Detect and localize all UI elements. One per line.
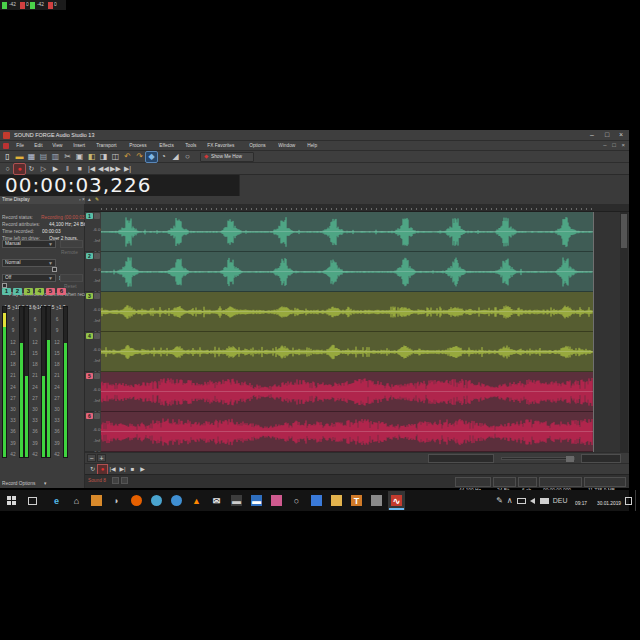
taskbar-app-orange-icon[interactable]: T bbox=[348, 491, 365, 510]
taskbar-app-pink-icon[interactable] bbox=[268, 491, 285, 510]
time-ruler[interactable]: 00:00:00,25000:00:00,50000:00:00,75000:0… bbox=[85, 204, 629, 212]
menu-process[interactable]: Process bbox=[126, 143, 150, 148]
waveform-lane-ch3[interactable]: 3-6.0-Inf-6.0 bbox=[85, 292, 629, 332]
zoom-in-button[interactable]: + bbox=[97, 454, 106, 462]
copy-icon[interactable]: ▣ bbox=[74, 152, 85, 162]
mix-icon[interactable]: ◨ bbox=[98, 152, 109, 162]
stop-button[interactable]: ■ bbox=[74, 164, 85, 174]
menu-view[interactable]: View bbox=[49, 143, 66, 148]
taskbar-app-teal-icon[interactable] bbox=[148, 491, 165, 510]
taskbar-clock-app-icon[interactable]: ○ bbox=[288, 491, 305, 510]
redo-icon[interactable]: ↷ bbox=[134, 152, 145, 162]
taskbar-folder-icon[interactable] bbox=[328, 491, 345, 510]
menu-file[interactable]: File bbox=[13, 143, 27, 148]
taskbar-app-blue-2-icon[interactable] bbox=[308, 491, 325, 510]
properties-icon[interactable]: ▥ bbox=[50, 152, 61, 162]
menu-help[interactable]: Help bbox=[304, 143, 320, 148]
mode-dropdown[interactable]: Normal▼ bbox=[2, 259, 56, 267]
waveform-lane-ch5[interactable]: 5-6.0-Inf-6.0 bbox=[85, 372, 629, 412]
task-view-button[interactable] bbox=[22, 490, 42, 511]
start-button[interactable] bbox=[0, 490, 22, 511]
trim-icon[interactable]: ◫ bbox=[110, 152, 121, 162]
rewind-button[interactable]: ◀◀ bbox=[98, 164, 109, 174]
paste-icon[interactable]: ◧ bbox=[86, 152, 97, 162]
menu-effects[interactable]: Effects bbox=[156, 143, 177, 148]
mdi-window-buttons[interactable]: – □ × bbox=[603, 142, 627, 148]
tab-button-icon[interactable] bbox=[121, 477, 128, 484]
go-to-start-button[interactable]: |◀ bbox=[108, 465, 117, 474]
save-icon[interactable]: ▦ bbox=[26, 152, 37, 162]
tray-expand-icon[interactable]: ∧ bbox=[507, 496, 513, 505]
close-button[interactable]: × bbox=[614, 130, 628, 141]
method-dropdown[interactable]: Manual▼ bbox=[2, 240, 56, 248]
play-all-button[interactable]: ▷ bbox=[38, 164, 49, 174]
reset-button[interactable]: Reset bbox=[60, 274, 83, 282]
menu-fx-favorites[interactable]: FX Favorites bbox=[204, 143, 238, 148]
taskbar-drive-icon[interactable]: ▬ bbox=[248, 491, 265, 510]
marker-tool-icon[interactable]: ▲ bbox=[87, 197, 92, 202]
taskbar-gimp-icon[interactable]: ◗ bbox=[108, 491, 125, 510]
speaker-icon[interactable] bbox=[530, 498, 535, 504]
pause-button[interactable]: ‖ bbox=[62, 164, 73, 174]
open-file-icon[interactable]: ▬ bbox=[14, 152, 25, 162]
taskbar-sound-forge-icon[interactable]: ∿ bbox=[388, 491, 405, 510]
taskbar-store-icon[interactable]: ⌂ bbox=[68, 491, 85, 510]
taskbar-firefox-icon[interactable] bbox=[128, 491, 145, 510]
cut-icon[interactable]: ✂ bbox=[62, 152, 73, 162]
show-desktop-button[interactable] bbox=[635, 490, 638, 511]
loop-playback-button[interactable]: ↻ bbox=[88, 465, 97, 474]
taskbar-edge-icon[interactable]: e bbox=[48, 491, 65, 510]
waveform-lane-ch1[interactable]: 1-6.0-Inf-6.0 bbox=[85, 212, 629, 252]
waveform-area[interactable] bbox=[101, 332, 593, 372]
record-arm-button[interactable]: ○ bbox=[2, 164, 13, 174]
panel-close-icon[interactable]: ▫ × bbox=[79, 197, 85, 202]
taskbar-vlc-icon[interactable]: ▲ bbox=[188, 491, 205, 510]
waveform-area[interactable] bbox=[101, 372, 593, 412]
go-to-end-button[interactable]: ▶| bbox=[122, 164, 133, 174]
horizontal-zoom-slider[interactable] bbox=[501, 457, 575, 460]
vertical-scrollbar[interactable] bbox=[620, 212, 628, 452]
remote-button[interactable]: Remote bbox=[60, 240, 83, 248]
show-me-how-button[interactable]: ◆Show Me How bbox=[200, 152, 254, 162]
menu-insert[interactable]: Insert bbox=[70, 143, 88, 148]
menu-window[interactable]: Window bbox=[275, 143, 298, 148]
play-button[interactable]: ▶ bbox=[50, 164, 61, 174]
waveform-lane-ch2[interactable]: 2-6.0-Inf-6.0 bbox=[85, 252, 629, 292]
stop-button[interactable]: ■ bbox=[128, 465, 137, 474]
waveform-lane-ch4[interactable]: 4-6.0-Inf-6.0 bbox=[85, 332, 629, 372]
touch-keyboard-icon[interactable] bbox=[540, 498, 549, 504]
waveform-area[interactable] bbox=[101, 252, 593, 292]
play-button[interactable]: ▶ bbox=[138, 465, 147, 474]
waveform-area[interactable] bbox=[101, 292, 593, 332]
waveform-area[interactable] bbox=[101, 212, 593, 252]
magnify-tool-icon[interactable]: ◔ bbox=[158, 152, 169, 162]
waveform-lane-ch6[interactable]: 6-6.0-Inf-6.0 bbox=[85, 412, 629, 452]
forward-button[interactable]: ▶▶ bbox=[110, 164, 121, 174]
undo-icon[interactable]: ↶ bbox=[122, 152, 133, 162]
monitor-dropdown[interactable]: Off▼ bbox=[2, 274, 56, 282]
menu-tools[interactable]: Tools bbox=[182, 143, 200, 148]
zoom-out-button[interactable]: − bbox=[87, 454, 96, 462]
document-tab[interactable]: Sound 8 bbox=[88, 477, 128, 484]
waveform-area[interactable] bbox=[101, 412, 593, 452]
edit-tool-icon[interactable]: ◆ bbox=[146, 152, 157, 162]
record-button[interactable]: ● bbox=[98, 465, 107, 474]
menu-options[interactable]: Options bbox=[246, 143, 269, 148]
pencil-icon[interactable]: ✎ bbox=[95, 197, 99, 202]
network-icon[interactable] bbox=[517, 498, 526, 504]
pen-icon[interactable]: ✎ bbox=[496, 496, 503, 505]
taskbar-mail-icon[interactable]: ✉ bbox=[208, 491, 225, 510]
action-center-icon[interactable] bbox=[625, 497, 632, 505]
channel-lanes[interactable]: 1-6.0-Inf-6.02-6.0-Inf-6.03-6.0-Inf-6.04… bbox=[85, 212, 629, 452]
go-to-start-button[interactable]: |◀ bbox=[86, 164, 97, 174]
menu-transport[interactable]: Transport bbox=[93, 143, 120, 148]
taskbar-app-gray-icon[interactable] bbox=[368, 491, 385, 510]
scrollbar-thumb[interactable] bbox=[621, 214, 627, 248]
zoom-tool-icon[interactable]: ○ bbox=[182, 152, 193, 162]
tab-button-icon[interactable] bbox=[112, 477, 119, 484]
loop-playback-button[interactable]: ↻ bbox=[26, 164, 37, 174]
time-display-titlebar[interactable]: Time Display ▫ × bbox=[0, 196, 88, 204]
go-to-end-button[interactable]: ▶| bbox=[118, 465, 127, 474]
taskbar-photos-icon[interactable] bbox=[88, 491, 105, 510]
minimize-button[interactable]: – bbox=[585, 130, 599, 141]
